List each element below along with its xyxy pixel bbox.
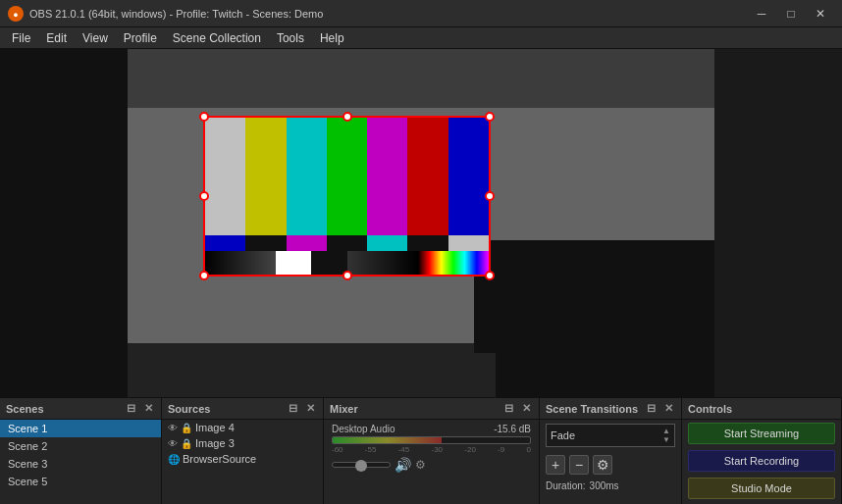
right-border: [714, 49, 842, 397]
sources-panel-icon2[interactable]: ✕: [303, 402, 317, 416]
maximize-button[interactable]: □: [777, 4, 805, 24]
transition-duration-value: 300ms: [590, 480, 619, 491]
studio-mode-button[interactable]: Studio Mode: [688, 478, 835, 499]
bar-yellow: [245, 118, 286, 235]
bar-magenta: [367, 118, 407, 235]
scenes-panel-icons: ⊟ ✕: [124, 402, 155, 416]
top-center: [128, 49, 714, 108]
scenes-panel-header: Scenes ⊟ ✕: [0, 398, 161, 420]
transition-add-button[interactable]: +: [546, 455, 565, 475]
gradient-dark: [205, 251, 276, 275]
bar-cyan: [287, 118, 327, 235]
handle-tr[interactable]: [485, 112, 495, 122]
transition-remove-button[interactable]: −: [569, 455, 589, 475]
bar-white-bottom: [276, 251, 311, 275]
mixer-channel-desktop: Desktop Audio -15.6 dB -60-55-45-30-20-9…: [324, 420, 539, 477]
bottom-panels: Scenes ⊟ ✕ Scene 1 Scene 2 Scene 3 Scene…: [0, 397, 842, 504]
transitions-panel-icon1[interactable]: ⊟: [644, 402, 658, 416]
handle-tm[interactable]: [342, 112, 352, 122]
controls-panel-title: Controls: [688, 403, 835, 415]
menu-help[interactable]: Help: [312, 27, 352, 48]
transitions-panel-icons: ⊟ ✕: [644, 402, 675, 416]
menu-edit[interactable]: Edit: [38, 27, 75, 48]
bar-red: [407, 118, 447, 235]
mixer-channel-label: Desktop Audio -15.6 dB: [332, 424, 531, 434]
handle-br[interactable]: [485, 271, 495, 280]
mixer-channel-name: Desktop Audio: [332, 424, 395, 434]
handle-mr[interactable]: [485, 191, 495, 201]
scene-item-2[interactable]: Scene 2: [0, 437, 161, 455]
mixer-db-markers: -60-55-45-30-20-90: [332, 445, 531, 454]
handle-bl[interactable]: [199, 271, 209, 280]
minimize-button[interactable]: ─: [748, 4, 775, 24]
menu-view[interactable]: View: [75, 27, 116, 48]
bar-blue: [448, 118, 489, 235]
sources-panel-icons: ⊟ ✕: [286, 402, 317, 416]
handle-bm[interactable]: [342, 271, 352, 280]
transitions-panel-header: Scene Transitions ⊟ ✕: [540, 398, 681, 420]
sources-list: 👁 🔒 Image 4 👁 🔒 Image 3 🌐 BrowserSource: [162, 420, 323, 467]
start-streaming-button[interactable]: Start Streaming: [688, 423, 835, 444]
bar-white: [205, 118, 245, 235]
eye-icon[interactable]: 👁: [168, 423, 178, 433]
mixer-settings-button[interactable]: ⚙: [415, 458, 426, 472]
transitions-panel-icon2[interactable]: ✕: [661, 402, 675, 416]
controls-panel: Controls Start Streaming Start Recording…: [682, 398, 842, 504]
source-image3[interactable]: 👁 🔒 Image 3: [162, 435, 323, 451]
window-title: OBS 21.0.1 (64bit, windows) - Profile: T…: [29, 8, 748, 20]
menu-file[interactable]: File: [4, 27, 38, 48]
source-name-2: Image 3: [195, 437, 235, 449]
svg-text:●: ●: [13, 10, 18, 20]
bar-black-bottom: [311, 251, 346, 275]
transition-arrow-icon: ▲ ▼: [662, 427, 670, 444]
menu-profile[interactable]: Profile: [116, 27, 165, 48]
source-name-1: Image 4: [195, 422, 235, 433]
eye-icon-3[interactable]: 🌐: [168, 454, 180, 465]
menu-scene-collection[interactable]: Scene Collection: [165, 27, 269, 48]
scene-item-5[interactable]: Scene 5: [0, 473, 161, 490]
mixer-panel-icon2[interactable]: ✕: [519, 402, 533, 416]
source-image4[interactable]: 👁 🔒 Image 4: [162, 420, 323, 435]
mixer-panel-icons: ⊟ ✕: [501, 402, 533, 416]
transition-gear-button[interactable]: ⚙: [593, 455, 612, 475]
sources-panel-icon1[interactable]: ⊟: [286, 402, 299, 416]
mixer-level-bar: [332, 436, 531, 444]
menu-bar: File Edit View Profile Scene Collection …: [0, 27, 842, 49]
controls-panel-header: Controls: [682, 398, 841, 420]
left-border: [0, 49, 128, 397]
color-bars-source[interactable]: [203, 116, 491, 277]
handle-ml[interactable]: [199, 191, 209, 201]
window-controls: ─ □ ✕: [748, 4, 834, 24]
mixer-controls: 🔊 ⚙: [332, 457, 531, 473]
transition-selected-value: Fade: [551, 429, 662, 441]
start-recording-button[interactable]: Start Recording: [688, 450, 835, 472]
title-bar: ● OBS 21.0.1 (64bit, windows) - Profile:…: [0, 0, 842, 27]
mixer-panel-title: Mixer: [330, 403, 501, 415]
scene-item-1[interactable]: Scene 1: [0, 420, 161, 437]
mixer-panel-icon1[interactable]: ⊟: [501, 402, 515, 416]
mixer-mute-button[interactable]: 🔊: [395, 457, 411, 473]
transition-duration-row: Duration: 300ms: [540, 479, 681, 493]
scene-item-3[interactable]: Scene 3: [0, 455, 161, 473]
app-icon: ●: [8, 6, 24, 22]
scenes-panel: Scenes ⊟ ✕ Scene 1 Scene 2 Scene 3 Scene…: [0, 398, 162, 504]
scenes-list: Scene 1 Scene 2 Scene 3 Scene 5: [0, 420, 161, 490]
mixer-knob-thumb: [355, 460, 367, 472]
transition-type-select[interactable]: Fade ▲ ▼: [546, 424, 675, 447]
eye-icon-2[interactable]: 👁: [168, 438, 178, 449]
mixer-panel-header: Mixer ⊟ ✕: [324, 398, 539, 420]
mixer-volume-knob[interactable]: [332, 462, 391, 468]
scenes-panel-icon1[interactable]: ⊟: [124, 402, 137, 416]
scenes-panel-icon2[interactable]: ✕: [141, 402, 155, 416]
bar-green: [327, 118, 367, 235]
mixer-level-fill: [333, 437, 442, 443]
lock-icon-2[interactable]: 🔒: [181, 438, 192, 449]
lock-icon[interactable]: 🔒: [181, 423, 192, 433]
handle-tl[interactable]: [199, 112, 209, 122]
menu-tools[interactable]: Tools: [269, 27, 312, 48]
source-name-3: BrowserSource: [183, 453, 256, 465]
mixer-channel-level: -15.6 dB: [494, 424, 531, 434]
source-browser[interactable]: 🌐 BrowserSource: [162, 451, 323, 467]
color-bars-top: [205, 118, 489, 235]
close-button[interactable]: ✕: [807, 4, 834, 24]
